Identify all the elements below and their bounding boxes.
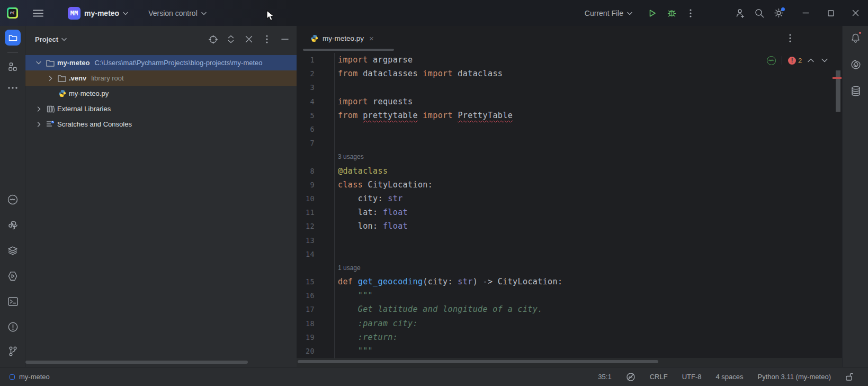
tree-item--venv[interactable]: .venvlibrary root xyxy=(25,70,297,86)
search-everywhere-button[interactable] xyxy=(750,4,769,23)
expand-all-button[interactable] xyxy=(225,33,237,46)
code-line-10[interactable]: 10 city: str xyxy=(297,192,842,205)
line-number[interactable]: 8 xyxy=(297,167,315,175)
code-line-4[interactable]: 4import requests xyxy=(297,95,842,109)
highlighting-level-icon[interactable] xyxy=(626,372,636,382)
python-console-tool-button[interactable] xyxy=(0,212,25,238)
window-close-button[interactable] xyxy=(843,0,868,26)
line-number[interactable]: 20 xyxy=(297,347,315,355)
code-line-20[interactable]: 20 """ xyxy=(297,344,842,358)
collapse-all-button[interactable] xyxy=(243,33,255,46)
more-tool-windows-button[interactable] xyxy=(0,77,25,98)
tab-scroll-thumb[interactable] xyxy=(303,49,394,51)
code-line-8[interactable]: 8@dataclass xyxy=(297,164,842,178)
line-number[interactable]: 4 xyxy=(297,97,315,106)
debug-button[interactable] xyxy=(662,4,681,23)
tab-close-icon[interactable]: × xyxy=(369,34,374,43)
code-line-14[interactable]: 14 xyxy=(297,247,842,261)
code-line-1[interactable]: 1import argparse xyxy=(297,53,842,67)
line-number[interactable]: 17 xyxy=(297,305,315,313)
code-line-6[interactable]: 6 xyxy=(297,122,842,136)
hide-panel-button[interactable] xyxy=(279,33,291,46)
more-actions-button[interactable] xyxy=(681,4,700,23)
status-project-widget[interactable]: my-meteo xyxy=(10,373,50,381)
grammar-inspection-icon[interactable] xyxy=(767,56,776,65)
version-control-button[interactable]: Version control xyxy=(144,5,211,22)
tree-item-my-meteo-py[interactable]: my-meteo.py xyxy=(25,86,297,101)
tab-list-button[interactable] xyxy=(783,31,797,45)
python-packages-tool-button[interactable] xyxy=(0,187,25,212)
code-line-12[interactable]: 12 lon: float xyxy=(297,219,842,233)
tab-my-meteo-py[interactable]: my-meteo.py × xyxy=(297,26,379,50)
problems-tool-button[interactable] xyxy=(0,314,25,339)
caret-position-widget[interactable]: 35:1 xyxy=(598,373,611,381)
window-maximize-button[interactable] xyxy=(818,0,843,26)
code-line-15[interactable]: 15def get_geocoding(city: str) -> CityLo… xyxy=(297,275,842,289)
code-with-me-button[interactable] xyxy=(731,4,750,23)
line-number[interactable]: 9 xyxy=(297,181,315,189)
code-line-17[interactable]: 17 Get latitude and longitude of a city. xyxy=(297,302,842,316)
code-line-3[interactable]: 3 xyxy=(297,80,842,94)
code-line-7[interactable]: 7 xyxy=(297,136,842,150)
tree-item-my-meteo[interactable]: my-meteoC:\Users\mat\PycharmProjects\blo… xyxy=(25,55,297,70)
code-line-18[interactable]: 18 :param city: xyxy=(297,317,842,330)
line-number[interactable]: 12 xyxy=(297,222,315,230)
ai-assistant-button[interactable] xyxy=(843,52,868,77)
tree-chevron-right-icon[interactable] xyxy=(33,106,44,112)
project-tool-button[interactable] xyxy=(0,26,25,49)
notifications-button[interactable] xyxy=(843,26,868,50)
run-tool-button[interactable] xyxy=(0,263,25,289)
line-number[interactable]: 7 xyxy=(297,139,315,147)
project-panel-title-button[interactable]: Project xyxy=(35,35,67,43)
line-number[interactable]: 14 xyxy=(297,250,315,258)
line-number[interactable]: 5 xyxy=(297,111,315,120)
line-ending-widget[interactable]: CRLF xyxy=(650,373,668,381)
line-number[interactable]: 2 xyxy=(297,69,315,78)
code-line-9[interactable]: 9class CityLocation: xyxy=(297,178,842,192)
services-tool-button[interactable] xyxy=(0,238,25,263)
tree-chevron-right-icon[interactable] xyxy=(44,76,56,81)
line-number[interactable]: 3 xyxy=(297,83,315,92)
code-line-2[interactable]: 2from dataclasses import dataclass xyxy=(297,67,842,80)
code-line-5[interactable]: 5from prettytable import PrettyTable xyxy=(297,109,842,122)
indent-widget[interactable]: 4 spaces xyxy=(715,373,743,381)
database-button[interactable] xyxy=(843,79,868,103)
run-configuration-selector[interactable]: Current File xyxy=(580,5,637,22)
tree-item-external-libraries[interactable]: External Libraries xyxy=(25,101,297,116)
write-access-lock-icon[interactable] xyxy=(845,372,853,381)
tree-chevron-down-icon[interactable] xyxy=(33,61,44,65)
interpreter-widget[interactable]: Python 3.11 (my-meteo) xyxy=(758,373,831,381)
encoding-widget[interactable]: UTF-8 xyxy=(682,373,702,381)
editor-area[interactable]: my-meteo.py × 1import argparse2from data… xyxy=(297,26,842,367)
code-line-16[interactable]: 16 """ xyxy=(297,289,842,302)
structure-tool-button[interactable] xyxy=(0,56,25,77)
version-control-tool-button[interactable] xyxy=(0,339,25,363)
settings-button[interactable] xyxy=(769,4,788,23)
usages-inlay-hint[interactable]: 1 usage xyxy=(297,261,842,275)
select-opened-file-button[interactable] xyxy=(207,33,219,46)
line-number[interactable]: 16 xyxy=(297,291,315,300)
tree-chevron-right-icon[interactable] xyxy=(33,122,44,127)
error-counter[interactable]: ! 2 xyxy=(788,57,802,65)
next-problem-button[interactable] xyxy=(821,58,828,62)
code-line-11[interactable]: 11 lat: float xyxy=(297,205,842,219)
terminal-tool-button[interactable] xyxy=(0,289,25,314)
line-number[interactable]: 18 xyxy=(297,319,315,328)
project-widget-button[interactable]: MM my-meteo xyxy=(64,5,132,22)
line-number[interactable]: 11 xyxy=(297,208,315,217)
line-number[interactable]: 6 xyxy=(297,125,315,133)
error-stripe-mark[interactable] xyxy=(833,77,842,79)
line-number[interactable]: 15 xyxy=(297,277,315,286)
code-line-19[interactable]: 19 :return: xyxy=(297,330,842,344)
main-menu-button[interactable] xyxy=(29,4,48,23)
line-number[interactable]: 1 xyxy=(297,56,315,64)
code-viewport[interactable]: 1import argparse2from dataclasses import… xyxy=(297,53,842,359)
run-button[interactable] xyxy=(643,4,662,23)
panel-options-button[interactable] xyxy=(261,33,273,46)
editor-hscrollbar-thumb[interactable] xyxy=(298,360,658,363)
usages-inlay-hint[interactable]: 3 usages xyxy=(297,150,842,164)
window-minimize-button[interactable] xyxy=(793,0,818,26)
tree-item-scratches-and-consoles[interactable]: Scratches and Consoles xyxy=(25,116,297,132)
line-number[interactable]: 10 xyxy=(297,194,315,203)
line-number[interactable]: 19 xyxy=(297,333,315,342)
